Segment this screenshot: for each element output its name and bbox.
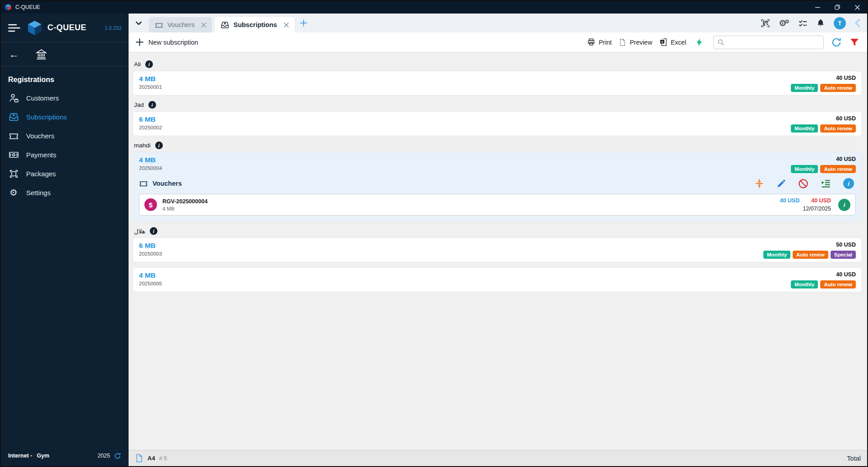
preview-button[interactable]: Preview [619,38,652,46]
badge-monthly: Monthly [791,280,818,288]
sidebar-item-label: Settings [26,189,51,197]
footer-refresh-icon[interactable] [114,452,121,460]
search-input[interactable] [727,39,820,46]
excel-button[interactable]: x Excel [659,38,686,46]
close-button[interactable] [847,1,867,14]
voucher-amount-paid: 40 USD [780,197,799,204]
customer-info-icon[interactable]: i [155,142,163,149]
plan-link[interactable]: 6 MB [139,115,156,124]
main-area: Vouchers Subscriptions [129,14,867,466]
row-info-icon[interactable]: i [843,178,854,189]
tasks-checklist-icon[interactable] [798,18,808,28]
refresh-icon[interactable] [831,37,842,48]
sidebar-footer: Internet - Gym 2025 [1,445,129,466]
subscription-row[interactable]: 6 MB 20250003 50 USD Monthly Auto renew … [133,238,862,262]
tab-close-icon[interactable] [201,23,206,27]
tab-vouchers[interactable]: Vouchers [149,17,212,32]
new-subscription-button[interactable]: New subscription [136,38,198,46]
record-count: # 5 [159,455,167,462]
subscription-row-expanded[interactable]: 4 MB 20250004 40 USD Monthly Auto renew [133,152,862,221]
print-button[interactable]: Print [587,38,612,46]
plan-link[interactable]: 4 MB [139,156,156,164]
toolbar-right: Print Preview x Excel [587,36,860,49]
customer-info-icon[interactable]: i [145,60,153,68]
subscriptions-icon [8,112,19,122]
qr-scan-icon[interactable] [761,18,770,28]
subscription-number: 20250004 [139,165,856,171]
tab-subscriptions[interactable]: Subscriptions [215,17,295,32]
voucher-currency-icon: $ [144,198,157,211]
sidebar-item-subscriptions[interactable]: Subscriptions [1,107,129,126]
renew-indent-icon[interactable] [821,179,831,189]
sidebar-menu: Customers Subscriptions Vouchers [1,88,129,202]
preview-label: Preview [630,39,652,46]
tabbar: Vouchers Subscriptions [129,14,867,32]
cancel-ban-icon[interactable] [798,179,808,189]
back-arrow-icon[interactable]: ← [9,50,19,60]
subscriptions-icon [221,21,229,29]
hamburger-menu-icon[interactable] [8,23,20,32]
group-header: mahdi i [134,142,861,149]
sidebar-item-label: Customers [26,94,59,102]
sidebar-item-label: Payments [26,151,56,159]
sidebar-item-label: Subscriptions [26,113,67,121]
collapse-vertical-icon[interactable] [754,179,764,188]
voucher-row[interactable]: $ RGV-2025000004 4 MB 40 USD 40 USD [139,194,856,215]
restore-button[interactable] [827,1,847,14]
badge-auto-renew: Auto renew [820,84,856,92]
subscription-row[interactable]: 6 MB 20250002 60 USD Monthly Auto renew [133,112,862,136]
customer-info-icon[interactable]: i [150,227,157,235]
edit-pencil-icon[interactable] [776,179,786,188]
notifications-bell-icon[interactable] [816,18,825,27]
bank-icon[interactable] [35,48,47,60]
excel-label: Excel [671,39,686,46]
plan-link[interactable]: 6 MB [139,242,156,250]
voucher-plan: 4 MB [162,206,208,211]
app-version: 1.0.233 [105,25,121,31]
paper-size-label[interactable]: A4 [148,455,155,462]
page-icon[interactable] [135,453,143,463]
group-header: Ali i [134,60,861,68]
toolbar: New subscription Print Preview [129,32,867,52]
sidebar-section-title: Registrations [1,67,129,88]
brand-logo-icon [27,20,43,36]
titlebar: C-QUEUE [1,1,867,14]
badge-monthly: Monthly [791,165,818,173]
vouchers-section-header: Vouchers [139,178,856,189]
subscription-row[interactable]: 4 MB 20250001 40 USD Monthly Auto renew [133,71,862,95]
banknote-icon [8,150,19,160]
user-avatar[interactable]: T [834,17,846,29]
row-actions: i [754,178,856,189]
filter-funnel-icon[interactable] [849,37,860,48]
customer-info-icon[interactable]: i [148,101,156,109]
sidebar-item-vouchers[interactable]: Vouchers [1,126,129,145]
chevron-down-icon[interactable] [135,19,143,27]
tabbar-right-icons: ⚙⚙ T [761,17,863,29]
voucher-code: RGV-2025000004 [162,198,208,205]
services-gears-icon[interactable]: ⚙⚙ [779,19,790,27]
app-window: C-QUEUE C-QUEUE 1.0.23 [0,0,868,467]
customer-name: هلال [134,228,145,235]
badge-monthly: Monthly [763,251,790,259]
minimize-button[interactable] [808,1,827,14]
new-subscription-label: New subscription [148,39,198,46]
subscription-number: 20250002 [139,125,856,130]
app-logo-icon [5,4,12,11]
price: 50 USD [836,242,856,248]
sidebar-item-settings[interactable]: ⚙ Settings [1,183,129,202]
plan-link[interactable]: 4 MB [139,271,156,279]
sidebar-item-payments[interactable]: Payments [1,145,129,164]
voucher-info-icon[interactable]: i [838,199,850,211]
quick-actions-bolt-icon[interactable] [695,37,704,47]
new-tab-button[interactable] [300,19,307,27]
subscription-row[interactable]: 4 MB 20250005 40 USD Monthly Auto renew [133,268,862,292]
brand-name: C-QUEUE [47,23,87,32]
plan-link[interactable]: 4 MB [139,75,156,83]
window-title: C-QUEUE [15,4,40,10]
sidebar-item-customers[interactable]: Customers [1,88,129,107]
customer-name: Jad [134,101,144,108]
footer-org: Internet - [8,453,32,459]
sidebar-item-packages[interactable]: Packages [1,164,129,183]
collapse-panel-chevron-left-icon[interactable] [854,18,861,27]
tab-close-icon[interactable] [284,23,289,27]
